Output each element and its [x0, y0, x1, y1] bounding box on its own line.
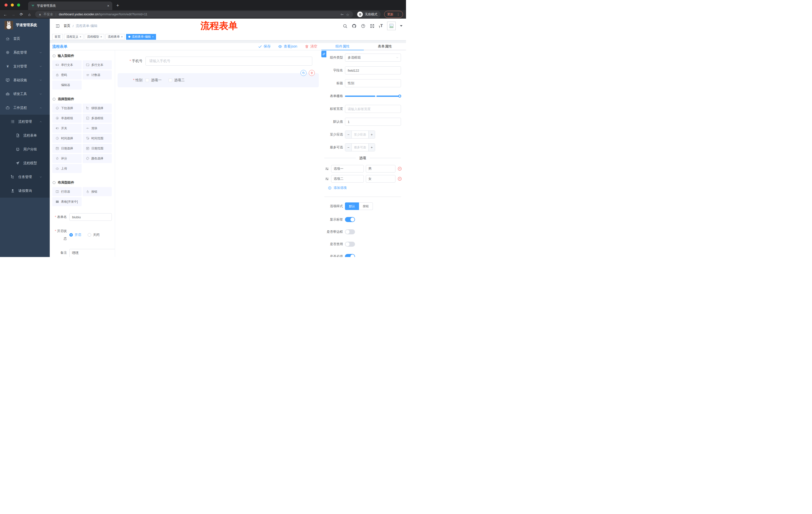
tag-item-active[interactable]: 流程表单-编辑×: [126, 34, 156, 40]
component-item[interactable]: 滑块: [83, 124, 112, 133]
hamburger-icon[interactable]: [55, 24, 60, 28]
close-window-button[interactable]: [4, 3, 7, 6]
view-json-button[interactable]: 查看json: [278, 44, 297, 49]
switch-toggle[interactable]: [345, 254, 355, 257]
sidebar-item-monitor[interactable]: 基础设施: [0, 73, 50, 87]
sidebar-item-yen[interactable]: ¥支付管理: [0, 59, 50, 73]
component-item[interactable]: 多行文本: [83, 60, 112, 70]
status-on-radio[interactable]: 开启: [69, 233, 81, 237]
sidebar-logo[interactable]: 芋道管理系统: [0, 19, 50, 32]
drag-handle-icon[interactable]: [325, 177, 329, 181]
option-label-input[interactable]: [331, 175, 364, 183]
switch-toggle[interactable]: [345, 217, 355, 222]
label-width-input[interactable]: [345, 105, 401, 113]
breadcrumb-home[interactable]: 首页: [63, 24, 70, 28]
option-label-input[interactable]: [331, 165, 364, 172]
minimize-window-button[interactable]: [11, 3, 14, 6]
increase-button[interactable]: +: [368, 143, 375, 151]
chrome-update-button[interactable]: 更新 ⋮: [384, 11, 403, 18]
increase-button[interactable]: +: [368, 131, 375, 138]
component-item[interactable]: 评分: [52, 154, 82, 163]
component-item[interactable]: 时间选择: [52, 134, 82, 143]
copy-field-button[interactable]: [300, 70, 307, 76]
form-name-input[interactable]: [69, 213, 112, 221]
switch-toggle[interactable]: [345, 229, 355, 234]
link-tag-button[interactable]: [321, 51, 326, 57]
component-item[interactable]: 日期范围: [83, 144, 112, 153]
tag-item[interactable]: 首页: [52, 34, 63, 40]
back-button[interactable]: ←: [3, 12, 7, 17]
save-button[interactable]: 保存: [258, 44, 270, 49]
sidebar-item-gear[interactable]: 系统管理: [0, 46, 50, 59]
option-value-input[interactable]: [366, 175, 396, 183]
component-item[interactable]: 按钮: [83, 187, 112, 196]
component-item[interactable]: 编辑器: [52, 80, 82, 89]
component-item[interactable]: 行容器: [52, 187, 82, 196]
sidebar-item-org-tree[interactable]: 任务管理: [0, 170, 50, 184]
tag-close-icon[interactable]: ×: [152, 35, 153, 38]
switch-toggle[interactable]: [345, 242, 355, 247]
sidebar-item-doc-edit[interactable]: 流程表单: [0, 129, 50, 142]
component-item[interactable]: 级联选择: [83, 104, 112, 113]
clear-button[interactable]: 清空: [305, 44, 317, 49]
drag-handle-icon[interactable]: [325, 167, 329, 171]
home-button[interactable]: ⌂: [27, 12, 32, 17]
phone-input[interactable]: 请输入手机号: [145, 57, 312, 65]
gender-option-1-checkbox[interactable]: 选项一: [145, 78, 162, 82]
style-default-button[interactable]: 默认: [345, 202, 359, 210]
field-name-input[interactable]: [345, 66, 401, 75]
sidebar-item-briefcase[interactable]: 工作流程: [0, 101, 50, 115]
new-tab-button[interactable]: +: [116, 3, 119, 8]
forward-button[interactable]: →: [11, 12, 16, 17]
zoom-window-button[interactable]: [17, 3, 20, 6]
tag-close-icon[interactable]: ×: [121, 35, 123, 38]
browser-tab[interactable]: M 芋道管理系统 ×: [28, 1, 112, 10]
key-icon[interactable]: [340, 12, 344, 16]
title-input[interactable]: [345, 79, 401, 87]
reload-button[interactable]: ⟳: [19, 12, 24, 17]
gender-option-2-checkbox[interactable]: 选项二: [169, 78, 185, 82]
component-item[interactable]: 多选框组: [83, 114, 112, 123]
component-item[interactable]: 密码: [52, 71, 82, 79]
component-item[interactable]: 上传: [52, 164, 82, 173]
slider-handle[interactable]: [398, 94, 401, 98]
tag-item[interactable]: 流程表单×: [106, 34, 125, 40]
form-grid-slider[interactable]: [345, 92, 401, 100]
status-off-radio[interactable]: 关闭: [88, 233, 99, 237]
search-icon[interactable]: [343, 24, 347, 28]
tab-component-props[interactable]: 组件属性: [321, 43, 364, 50]
sidebar-item-toolbox[interactable]: 研发工具: [0, 87, 50, 101]
browser-menu-icon[interactable]: ⋮: [397, 12, 400, 16]
canvas-field-phone[interactable]: 手机号 请输入手机号: [124, 57, 312, 65]
sidebar-item-flow-list[interactable]: 流程管理: [0, 115, 50, 129]
github-icon[interactable]: [352, 24, 356, 28]
form-remark-textarea[interactable]: 嘿嘿: [69, 249, 115, 257]
style-button-button[interactable]: 按钮: [359, 202, 373, 210]
canvas-field-gender-selected[interactable]: 性别 选项一 选项二: [118, 73, 319, 87]
avatar[interactable]: [387, 22, 396, 30]
sidebar-item-robot-face[interactable]: 用户分组: [0, 142, 50, 156]
tag-item[interactable]: 流程模型×: [85, 34, 104, 40]
decrease-button[interactable]: −: [345, 131, 352, 138]
tag-close-icon[interactable]: ×: [80, 35, 81, 38]
help-icon[interactable]: [361, 24, 366, 28]
tag-item[interactable]: 流程定义×: [64, 34, 83, 40]
component-item[interactable]: 开关: [52, 124, 82, 133]
sidebar-item-person[interactable]: 请假查询: [0, 184, 50, 198]
component-item[interactable]: 时间范围: [83, 134, 112, 143]
component-item[interactable]: 表格[开发中]: [52, 197, 82, 206]
fullscreen-icon[interactable]: [370, 24, 375, 28]
component-item[interactable]: 单行文本: [52, 60, 82, 70]
tab-form-props[interactable]: 表单属性: [364, 43, 406, 50]
component-item[interactable]: 123计数器: [83, 71, 112, 79]
tag-close-icon[interactable]: ×: [100, 35, 102, 38]
max-select-stepper[interactable]: − 最多可选 +: [345, 143, 375, 152]
window-controls[interactable]: [4, 3, 20, 6]
component-item[interactable]: 下拉选择: [52, 104, 82, 113]
tab-close-icon[interactable]: ×: [107, 4, 109, 8]
remove-option-button[interactable]: [398, 166, 402, 171]
component-item[interactable]: 日期选择: [52, 144, 82, 153]
delete-field-button[interactable]: [309, 70, 315, 76]
option-value-input[interactable]: [366, 165, 396, 172]
bookmark-star-icon[interactable]: ☆: [346, 12, 350, 16]
